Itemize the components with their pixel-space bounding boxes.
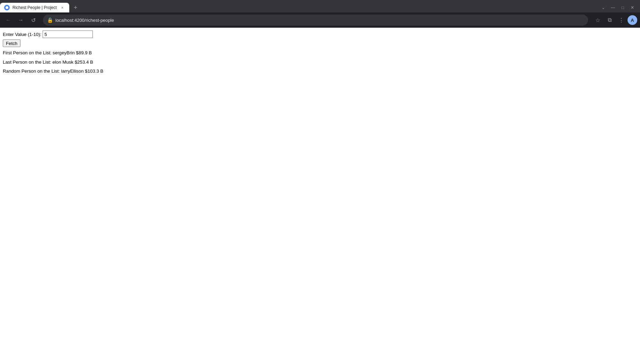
input-row: Enter Value (1-10): <box>3 30 637 38</box>
minimize-button[interactable]: — <box>608 3 618 12</box>
nav-bar: ← → ↺ 🔒 localhost:4200/richest-people ☆ … <box>0 12 640 28</box>
page-content: Enter Value (1-10): Fetch First Person o… <box>0 28 640 80</box>
forward-button[interactable]: → <box>15 15 26 26</box>
fetch-button[interactable]: Fetch <box>3 39 20 47</box>
active-tab[interactable]: Richest People | Project × <box>0 3 69 12</box>
browser-chrome: Richest People | Project × + ⌄ — □ ✕ ← →… <box>0 0 640 28</box>
close-window-button[interactable]: ✕ <box>628 3 637 12</box>
dropdown-button[interactable]: ⌄ <box>598 3 608 12</box>
last-person-result: Last Person on the List: elon Musk $253.… <box>3 59 637 66</box>
tab-title: Richest People | Project <box>12 5 57 10</box>
address-bar[interactable]: 🔒 localhost:4200/richest-people <box>43 15 588 26</box>
settings-button[interactable]: ⋮ <box>616 15 627 26</box>
first-person-result: First Person on the List: sergeyBrin $89… <box>3 50 637 56</box>
maximize-button[interactable]: □ <box>618 3 628 12</box>
extensions-button[interactable]: ⧉ <box>604 15 615 26</box>
profile-button[interactable]: A <box>628 15 637 25</box>
input-label: Enter Value (1-10): <box>3 32 41 37</box>
back-button[interactable]: ← <box>3 15 14 26</box>
new-tab-button[interactable]: + <box>71 3 80 12</box>
url-display: localhost:4200/richest-people <box>55 18 584 23</box>
nav-right-buttons: ☆ ⧉ ⋮ A <box>592 15 637 26</box>
window-controls: ⌄ — □ ✕ <box>598 3 637 12</box>
random-person-result: Random Person on the List: larryEllison … <box>3 68 637 75</box>
reload-button[interactable]: ↺ <box>28 15 39 26</box>
lock-icon: 🔒 <box>47 17 53 23</box>
tab-bar: Richest People | Project × + ⌄ — □ ✕ <box>0 0 640 12</box>
bookmark-button[interactable]: ☆ <box>592 15 603 26</box>
value-input[interactable] <box>43 30 93 38</box>
tab-favicon-icon <box>4 5 10 10</box>
tab-close-button[interactable]: × <box>60 5 65 10</box>
